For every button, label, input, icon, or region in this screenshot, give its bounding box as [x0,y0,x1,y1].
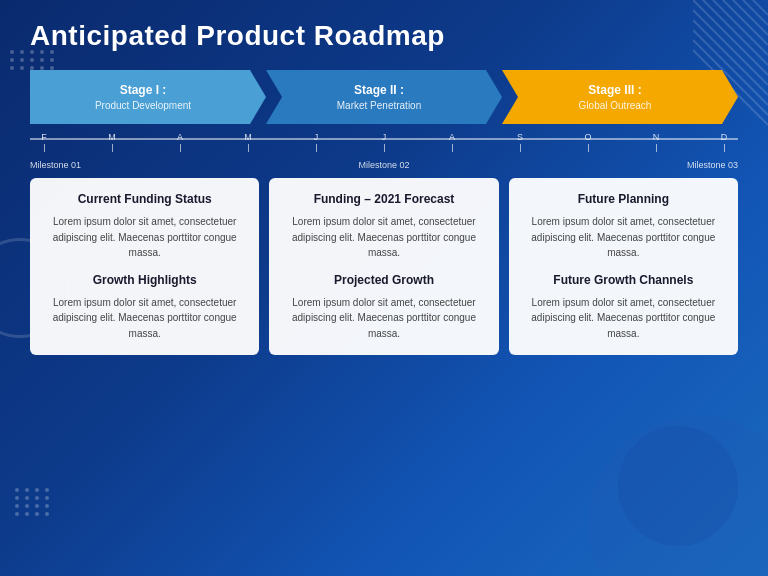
stage-1-sublabel: Product Development [95,100,191,111]
month-mark: A [443,132,461,152]
card-1-section-1-heading: Current Funding Status [46,192,243,206]
card-3-section-1-body: Lorem ipsum dolor sit amet, consectetuer… [525,214,722,261]
card-1: Current Funding StatusLorem ipsum dolor … [30,178,259,355]
month-mark: M [239,132,257,152]
month-mark: O [579,132,597,152]
stage-3-label: Stage III : [588,83,641,97]
month-mark: J [307,132,325,152]
milestone-03: Milestone 03 [687,160,738,170]
card-3: Future PlanningLorem ipsum dolor sit ame… [509,178,738,355]
stage-2-sublabel: Market Penetration [337,100,422,111]
card-3-section-2: Future Growth ChannelsLorem ipsum dolor … [525,273,722,342]
month-mark: A [171,132,189,152]
month-mark: J [375,132,393,152]
cards-row: Current Funding StatusLorem ipsum dolor … [30,178,738,355]
month-mark: N [647,132,665,152]
card-2-section-2: Projected GrowthLorem ipsum dolor sit am… [285,273,482,342]
card-1-section-1-body: Lorem ipsum dolor sit amet, consectetuer… [46,214,243,261]
card-1-section-2-heading: Growth Highlights [46,273,243,287]
stage-1: Stage I : Product Development [30,70,266,124]
stage-2-label: Stage II : [354,83,404,97]
card-2-section-2-body: Lorem ipsum dolor sit amet, consectetuer… [285,295,482,342]
stage-1-label: Stage I : [120,83,167,97]
stage-3-sublabel: Global Outreach [579,100,652,111]
month-mark: S [511,132,529,152]
card-2-section-1-body: Lorem ipsum dolor sit amet, consectetuer… [285,214,482,261]
card-3-section-1: Future PlanningLorem ipsum dolor sit ame… [525,192,722,261]
card-1-section-2: Growth HighlightsLorem ipsum dolor sit a… [46,273,243,342]
card-3-section-1-heading: Future Planning [525,192,722,206]
milestone-01: Milestone 01 [30,160,81,170]
stages-row: Stage I : Product Development Stage II :… [30,70,738,124]
card-3-section-2-body: Lorem ipsum dolor sit amet, consectetuer… [525,295,722,342]
card-2-section-2-heading: Projected Growth [285,273,482,287]
month-mark: F [35,132,53,152]
month-mark: D [715,132,733,152]
card-1-section-1: Current Funding StatusLorem ipsum dolor … [46,192,243,261]
card-2-section-1-heading: Funding – 2021 Forecast [285,192,482,206]
card-2: Funding – 2021 ForecastLorem ipsum dolor… [269,178,498,355]
card-3-section-2-heading: Future Growth Channels [525,273,722,287]
months-container: FMAMJJASOND [30,132,738,152]
stage-3: Stage III : Global Outreach [502,70,738,124]
milestone-02: Milestone 02 [358,160,409,170]
milestones-row: Milestone 01 Milestone 02 Milestone 03 [30,160,738,170]
stage-2: Stage II : Market Penetration [266,70,502,124]
page-title: Anticipated Product Roadmap [30,20,738,52]
card-1-section-2-body: Lorem ipsum dolor sit amet, consectetuer… [46,295,243,342]
month-mark: M [103,132,121,152]
card-2-section-1: Funding – 2021 ForecastLorem ipsum dolor… [285,192,482,261]
timeline: FMAMJJASOND Milestone 01 Milestone 02 Mi… [30,128,738,170]
